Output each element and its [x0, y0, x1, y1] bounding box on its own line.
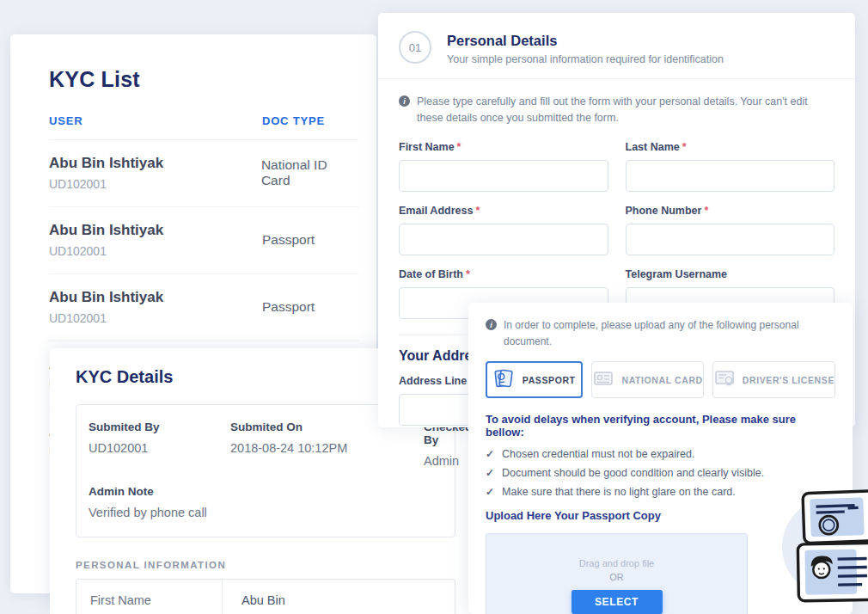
personal-information-section-label: PERSONAL INFORMATION: [76, 560, 455, 570]
dropzone-or: OR: [609, 572, 624, 582]
file-dropzone[interactable]: Drag and drop file OR SELECT: [486, 533, 748, 614]
column-header-doc-type: DOC TYPE: [262, 114, 325, 127]
checked-by-value: Admin: [424, 454, 472, 468]
check-icon: ✓: [486, 448, 494, 460]
pi-first-name-value: Abu Bin: [223, 580, 304, 614]
upload-instruction-note: In order to complete, please upload any …: [504, 317, 835, 349]
email-address-label: Email Address: [399, 205, 473, 217]
required-marker: *: [704, 205, 708, 217]
admin-note-label: Admin Note: [89, 485, 443, 498]
required-marker: *: [466, 268, 470, 280]
verification-warning-title: To avoid delays when verifying account, …: [486, 413, 835, 439]
user-id: UD102001: [49, 244, 262, 258]
field-last-name: Last Name*: [626, 141, 835, 192]
doc-type: Passport: [262, 299, 315, 315]
dropzone-hint: Drag and drop file: [579, 558, 654, 568]
select-file-button[interactable]: SELECT: [572, 590, 663, 614]
checklist-item-text: Chosen credential must not be expaired.: [502, 448, 694, 460]
field-email-address: Email Address*: [399, 205, 608, 255]
field-first-name: First Name*: [399, 141, 608, 192]
passport-icon: [493, 367, 516, 392]
id-cards-illustration: [776, 483, 868, 614]
divider: [378, 78, 855, 79]
table-row[interactable]: Abu Bin Ishtiyak UD102001 National ID Ca…: [49, 140, 359, 207]
info-icon: i: [486, 319, 497, 330]
doc-option-drivers-license[interactable]: DRIVER'S LICENSE: [712, 361, 835, 398]
form-instruction-note: Please type carefully and fill out the f…: [417, 94, 834, 127]
checklist-item-text: Document should be good condition and cl…: [502, 467, 764, 479]
required-marker: *: [475, 205, 480, 217]
checklist-item-text: Make sure that there is no light glare o…: [502, 486, 736, 498]
personal-details-subtitle: Your simple personal information require…: [447, 53, 724, 65]
doc-option-label: PASSPORT: [523, 375, 576, 385]
national-card-icon: [592, 367, 614, 392]
first-name-input[interactable]: [399, 160, 608, 192]
user-id: UD102001: [49, 177, 261, 191]
address-line-1-label: Address Line 1: [399, 375, 476, 387]
personal-details-title: Personal Details: [447, 33, 724, 49]
required-marker: *: [682, 141, 687, 153]
field-phone-number: Phone Number*: [626, 205, 835, 255]
email-address-input[interactable]: [399, 224, 608, 255]
user-name: Abu Bin Ishtiyak: [49, 289, 262, 306]
user-name: Abu Bin Ishtiyak: [49, 222, 262, 239]
date-of-birth-label: Date of Birth: [399, 268, 463, 280]
checklist-item: ✓ Document should be good condition and …: [486, 467, 835, 479]
kyc-list-header: USER DOC TYPE: [49, 114, 359, 140]
doc-type: National ID Card: [261, 157, 359, 188]
doc-option-national-card[interactable]: NATIONAL CARD: [591, 361, 703, 398]
user-name: Abu Bin Ishtiyak: [49, 155, 261, 172]
telegram-username-label: Telegram Username: [626, 268, 728, 280]
last-name-input[interactable]: [626, 160, 835, 192]
column-header-user: USER: [49, 114, 262, 127]
phone-number-label: Phone Number: [626, 205, 702, 217]
submitted-on-value: 2018-08-24 10:12PM: [230, 441, 424, 455]
last-name-label: Last Name: [626, 141, 680, 153]
step-number-badge: 01: [399, 31, 431, 64]
check-icon: ✓: [486, 467, 494, 479]
table-row[interactable]: Abu Bin Ishtiyak UD102001 Passport: [49, 274, 359, 341]
check-icon: ✓: [486, 486, 494, 498]
drivers-license-icon: [713, 367, 736, 392]
user-id: UD102001: [49, 311, 262, 325]
doc-option-label: DRIVER'S LICENSE: [743, 375, 834, 385]
info-icon: i: [399, 95, 410, 107]
submitted-by-label: Submited By: [89, 421, 230, 433]
checklist-item: ✓ Chosen credential must not be expaired…: [486, 448, 835, 460]
table-row: First Name Abu Bin: [76, 580, 455, 614]
doc-option-label: NATIONAL CARD: [621, 375, 702, 385]
pi-first-name-label: First Name: [76, 580, 223, 614]
doc-option-passport[interactable]: PASSPORT: [486, 361, 583, 398]
submitted-by-value: UD102001: [89, 441, 230, 455]
required-marker: *: [457, 141, 462, 153]
personal-information-table: First Name Abu Bin: [76, 579, 455, 614]
kyc-list-title: KYC List: [49, 67, 359, 92]
admin-note-value: Verified by phone call: [89, 506, 443, 519]
first-name-label: First Name: [399, 141, 455, 153]
phone-number-input[interactable]: [626, 224, 835, 255]
doc-type: Passport: [262, 232, 315, 248]
table-row[interactable]: Abu Bin Ishtiyak UD102001 Passport: [49, 207, 359, 274]
